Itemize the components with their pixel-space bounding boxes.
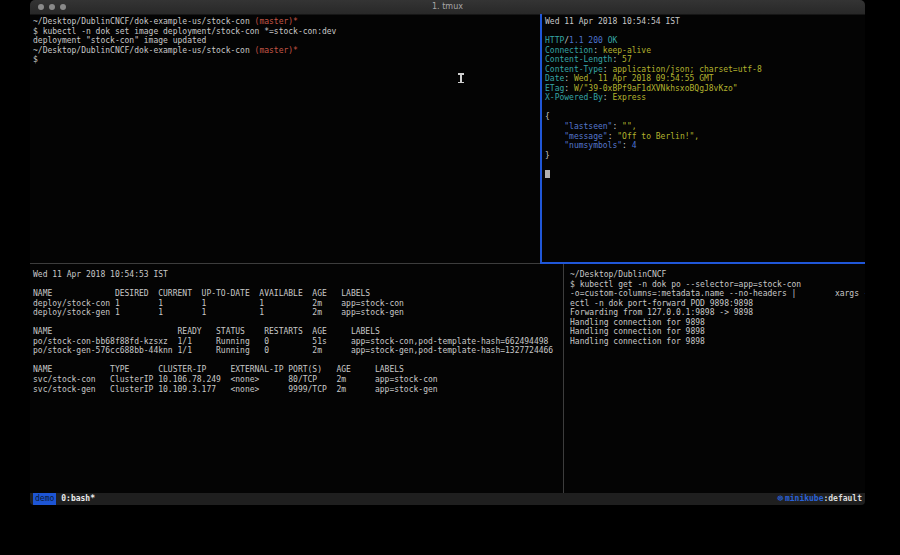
window-titlebar[interactable]: 1. tmux (30, 0, 865, 15)
git-branch: (master)* (250, 46, 298, 55)
tmux-terminal: ~/Desktop/DublinCNCF/dok-example-us/stoc… (30, 14, 865, 493)
k8s-context: minikube (785, 493, 824, 505)
cursor-line (545, 170, 863, 180)
prompt-line: ~/Desktop/DublinCNCF/dok-example-us/stoc… (33, 46, 538, 56)
http-status-line: HTTP/1.1 200 OK (545, 36, 863, 46)
http-header: Content-Length: 57 (545, 55, 863, 65)
pane-port-forward[interactable]: ~/Desktop/DublinCNCF $ kubectl get -n do… (570, 270, 862, 490)
pane-timestamp: Wed 11 Apr 2018 10:54:54 IST (545, 17, 863, 27)
json-field: "message": "Off to Berlin!", (545, 132, 863, 142)
k8s-namespace: :default (823, 493, 862, 505)
window-title: 1. tmux (30, 0, 865, 14)
prompt-path: ~/Desktop/DublinCNCF/dok-example-us/stoc… (33, 46, 250, 55)
maximize-window-icon[interactable] (60, 4, 66, 10)
pane-divider-horizontal-left[interactable] (30, 263, 540, 264)
port-forward-output: ~/Desktop/DublinCNCF $ kubectl get -n do… (570, 270, 862, 346)
prompt-char: $ (33, 55, 538, 65)
http-header: X-Powered-By: Express (545, 93, 863, 103)
mouse-cursor-ibeam (460, 73, 462, 83)
pane-divider-vertical-top[interactable] (540, 14, 542, 263)
deployments-table: NAME DESIRED CURRENT UP-TO-DATE AVAILABL… (33, 289, 561, 318)
git-branch: (master)* (250, 17, 298, 26)
json-brace: } (545, 151, 863, 161)
pane-http-response[interactable]: Wed 11 Apr 2018 10:54:54 IST HTTP/1.1 20… (545, 17, 863, 261)
json-field: "lastseen": "", (545, 122, 863, 132)
minimize-window-icon[interactable] (49, 4, 55, 10)
tmux-status-bar: demo 0:bash* ☸ minikube :default (30, 493, 865, 505)
command-line: $ kubectl -n dok set image deployment/st… (33, 27, 538, 37)
pane-divider-horizontal-right[interactable] (540, 262, 865, 264)
http-header: ETag: W/"39-0xBPf9aF1dXVNkhsxoBQgJ8vKzo" (545, 84, 863, 94)
prompt-path: ~/Desktop/DublinCNCF/dok-example-us/stoc… (33, 17, 250, 26)
kubernetes-helm-icon: ☸ (777, 493, 784, 505)
status-right: ☸ minikube :default (777, 493, 862, 505)
pods-table: NAME READY STATUS RESTARTS AGE LABELS po… (33, 327, 561, 356)
http-header: Connection: keep-alive (545, 46, 863, 56)
traffic-lights (38, 4, 66, 10)
terminal-window: 1. tmux ~/Desktop/DublinCNCF/dok-example… (30, 0, 865, 505)
session-name-badge: demo (33, 493, 56, 505)
pane-shell-top-left[interactable]: ~/Desktop/DublinCNCF/dok-example-us/stoc… (33, 17, 538, 261)
pane-timestamp: Wed 11 Apr 2018 10:54:53 IST (33, 270, 561, 280)
pane-kubectl-get[interactable]: Wed 11 Apr 2018 10:54:53 IST NAME DESIRE… (33, 270, 561, 490)
terminal-cursor (545, 170, 550, 178)
json-field: "numsymbols": 4 (545, 141, 863, 151)
http-header: Content-Type: application/json; charset=… (545, 65, 863, 75)
http-header: Date: Wed, 11 Apr 2018 09:54:55 GMT (545, 74, 863, 84)
close-window-icon[interactable] (38, 4, 44, 10)
command-output: deployment "stock-con" image updated (33, 36, 538, 46)
tmux-window-item[interactable]: 0:bash* (61, 493, 95, 505)
prompt-line: ~/Desktop/DublinCNCF/dok-example-us/stoc… (33, 17, 538, 27)
json-brace: { (545, 112, 863, 122)
pane-divider-vertical-bottom[interactable] (563, 264, 564, 493)
services-table: NAME TYPE CLUSTER-IP EXTERNAL-IP PORT(S)… (33, 365, 561, 394)
